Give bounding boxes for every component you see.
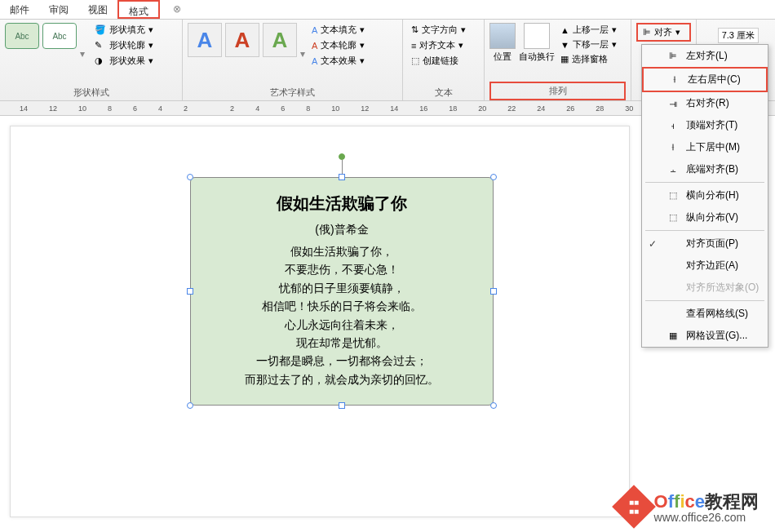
align-icon: ⊫	[643, 27, 651, 38]
effects-icon: ◑	[95, 55, 106, 67]
align-bottom-item[interactable]: ⫠底端对齐(B)	[642, 158, 768, 180]
watermark-url: www.office26.com	[654, 511, 759, 524]
align-dropdown-menu: ⊫左对齐(L) ⫲左右居中(C) ⫣右对齐(R) ⫞顶端对齐(T) ⫲上下居中(…	[641, 44, 768, 348]
align-center-v-icon: ⫲	[666, 141, 680, 154]
tab-format[interactable]: 格式	[117, 0, 160, 19]
shape-style-preset-1[interactable]: Abc	[5, 23, 39, 49]
align-selected-item: 对齐所选对象(O)	[642, 277, 768, 299]
align-center-h-item[interactable]: ⫲左右居中(C)	[642, 67, 768, 92]
link-icon: ⬚	[411, 55, 419, 66]
document-canvas[interactable]: 假如生活欺骗了你 (俄)普希金 假如生活欺骗了你， 不要悲伤，不要心急！ 忧郁的…	[10, 126, 630, 517]
shape-style-preset-2[interactable]: Abc	[42, 23, 77, 49]
align-right-icon: ⫣	[666, 97, 680, 110]
align-margin-item[interactable]: 对齐边距(A)	[642, 255, 768, 277]
align-left-item[interactable]: ⊫左对齐(L)	[642, 45, 768, 67]
text-group-label: 文本	[408, 85, 479, 100]
outline-icon: ✎	[95, 40, 106, 51]
view-grid-item[interactable]: 查看网格线(S)	[642, 303, 768, 325]
grid-settings-item[interactable]: ▦网格设置(G)...	[642, 325, 768, 347]
wordart-preset-2[interactable]: A	[225, 23, 259, 57]
size-input[interactable]: 7.3 厘米	[718, 28, 759, 43]
shape-effects-button[interactable]: ◑形状效果 ▾	[91, 54, 157, 68]
rotate-handle[interactable]	[339, 153, 345, 160]
dist-v-item[interactable]: ⬚纵向分布(V)	[642, 206, 768, 228]
move-up-icon: ▲	[560, 25, 569, 35]
direction-icon: ⇅	[411, 24, 418, 35]
poem-line: 心儿永远向往着未来，	[199, 316, 485, 334]
text-fill-button[interactable]: A文本填充 ▾	[308, 23, 368, 37]
tab-review[interactable]: 审阅	[39, 0, 78, 19]
poem-title: 假如生活欺骗了你	[199, 193, 485, 215]
text-outline-icon: A	[312, 41, 317, 51]
text-direction-button[interactable]: ⇅文字方向 ▾	[408, 23, 469, 37]
align-center-v-item[interactable]: ⫲上下居中(M)	[642, 136, 768, 158]
tab-extra-icon[interactable]: ⊗	[166, 0, 188, 19]
poem-line: 不要悲伤，不要心急！	[199, 260, 485, 278]
move-up-button[interactable]: ▲上移一层 ▾	[558, 23, 619, 37]
poem-line: 而那过去了的，就会成为亲切的回忆。	[199, 370, 485, 388]
align-left-icon: ⊫	[666, 50, 680, 63]
text-outline-button[interactable]: A文本轮廓 ▾	[308, 38, 368, 52]
dist-h-item[interactable]: ⬚横向分布(H)	[642, 184, 768, 206]
align-text-icon: ≡	[411, 41, 416, 51]
move-down-icon: ▼	[560, 40, 569, 50]
resize-handle-br[interactable]	[490, 402, 497, 409]
tab-mail[interactable]: 邮件	[0, 0, 39, 19]
poem-author: (俄)普希金	[199, 223, 485, 237]
resize-handle-t[interactable]	[339, 174, 345, 180]
select-pane-button[interactable]: ▦选择窗格	[558, 52, 619, 66]
poem-line: 假如生活欺骗了你，	[199, 242, 485, 260]
text-fill-icon: A	[312, 25, 317, 35]
poem-line: 现在却常是忧郁。	[199, 334, 485, 352]
position-label[interactable]: 位置	[494, 51, 512, 63]
align-center-h-icon: ⫲	[668, 73, 681, 86]
text-effects-icon: A	[312, 56, 317, 66]
dist-h-icon: ⬚	[666, 189, 680, 202]
watermark-logo-icon: ■■■■	[612, 485, 656, 529]
dist-v-icon: ⬚	[666, 211, 680, 224]
poem-line: 一切都是瞬息，一切都将会过去；	[199, 352, 485, 370]
arrange-group-label: 排列	[489, 82, 626, 100]
tab-view[interactable]: 视图	[78, 0, 117, 19]
shape-fill-button[interactable]: 🪣形状填充 ▾	[91, 23, 157, 37]
select-pane-icon: ▦	[560, 54, 569, 64]
fill-icon: 🪣	[95, 24, 106, 36]
align-top-icon: ⫞	[666, 119, 680, 132]
grid-icon: ▦	[666, 330, 680, 343]
resize-handle-bl[interactable]	[187, 402, 193, 409]
resize-handle-tr[interactable]	[490, 174, 497, 180]
align-bottom-icon: ⫠	[666, 163, 680, 176]
text-shape[interactable]: 假如生活欺骗了你 (俄)普希金 假如生活欺骗了你， 不要悲伤，不要心急！ 忧郁的…	[190, 177, 494, 406]
wrap-icon[interactable]	[524, 23, 550, 49]
wordart-preset-3[interactable]: A	[263, 23, 297, 57]
text-effects-button[interactable]: A文本效果 ▾	[308, 54, 368, 68]
position-icon[interactable]	[489, 23, 516, 49]
align-top-item[interactable]: ⫞顶端对齐(T)	[642, 114, 768, 136]
check-icon: ✓	[649, 238, 660, 250]
resize-handle-tl[interactable]	[187, 174, 193, 180]
resize-handle-r[interactable]	[490, 288, 497, 295]
align-button[interactable]: ⊫对齐 ▾	[636, 23, 691, 42]
resize-handle-l[interactable]	[187, 288, 193, 295]
wordart-preset-1[interactable]: A	[188, 23, 222, 57]
poem-line: 忧郁的日子里须要镇静，	[199, 279, 485, 297]
shape-outline-button[interactable]: ✎形状轮廓 ▾	[91, 38, 157, 52]
watermark: ■■■■ Office教程网 www.office26.com	[618, 490, 759, 524]
wrap-label[interactable]: 自动换行	[519, 51, 555, 63]
align-text-button[interactable]: ≡对齐文本 ▾	[408, 38, 469, 52]
resize-handle-b[interactable]	[339, 402, 345, 409]
align-page-item[interactable]: ✓对齐页面(P)	[642, 233, 768, 255]
create-link-button[interactable]: ⬚创建链接	[408, 54, 469, 68]
align-right-item[interactable]: ⫣右对齐(R)	[642, 92, 768, 114]
poem-line: 相信吧！快乐的日子将会来临。	[199, 297, 485, 315]
shape-style-group-label: 形状样式	[5, 85, 177, 100]
wordart-group-label: 艺术字样式	[188, 85, 397, 100]
move-down-button[interactable]: ▼下移一层 ▾	[558, 38, 619, 51]
